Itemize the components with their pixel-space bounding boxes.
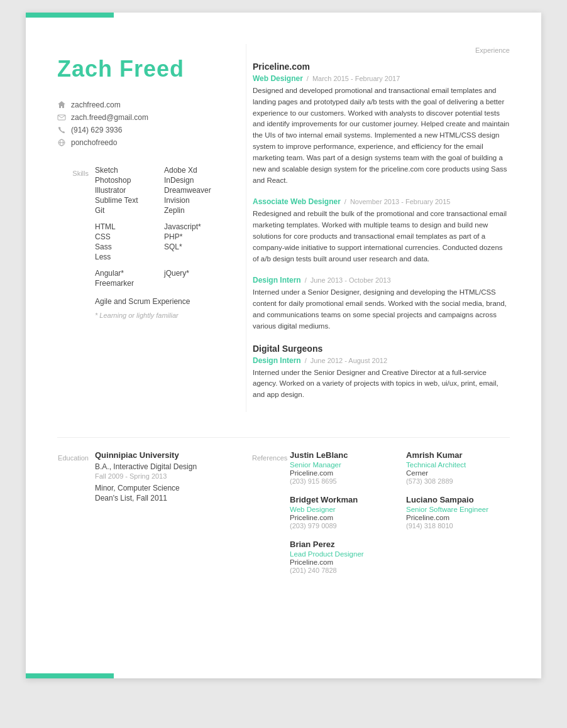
- skill-sketch: Sketch: [95, 166, 158, 175]
- ref-luciano-sampaio: Luciano Sampaio Senior Software Engineer…: [406, 495, 510, 530]
- skill-sublimetext: Sublime Text: [95, 196, 158, 205]
- job-title-line-ds: Design Intern / June 2012 - August 2012: [253, 356, 510, 365]
- left-column: Zach Freed zachfreed.com zach.freed@gmai…: [57, 44, 246, 412]
- job-separator-ds: /: [305, 357, 307, 364]
- contact-section: zachfreed.com zach.freed@gmail.com (914)…: [57, 101, 227, 147]
- job-web-designer: Web Designer / March 2015 - February 201…: [253, 74, 510, 186]
- bottom-accent-bar: [26, 673, 114, 678]
- skill-less: Less: [95, 253, 158, 261]
- job-associate-web-designer: Associate Web Designer / November 2013 -…: [253, 197, 510, 264]
- education-section: Education Quinnipiac University B.A., In…: [57, 450, 246, 574]
- job-desc-ds: Interned under the Senior Designer and C…: [253, 367, 510, 401]
- skill-sass: Sass: [95, 242, 158, 251]
- ref-phone-2: (573) 308 2889: [406, 477, 510, 485]
- skill-angular: Angular*: [95, 269, 158, 278]
- job-separator-awd: /: [344, 198, 346, 205]
- education-content: Quinnipiac University B.A., Interactive …: [95, 450, 197, 574]
- ref-title-3: Web Designer: [290, 506, 394, 513]
- job-separator-wd: /: [307, 75, 309, 82]
- ref-name-4: Luciano Sampaio: [406, 495, 510, 504]
- ref-bridget-workman: Bridget Workman Web Designer Priceline.c…: [290, 495, 394, 530]
- skills-asterisk: * Learning or lightly familiar: [95, 312, 179, 319]
- job-dates-dip: June 2013 - October 2013: [311, 276, 391, 284]
- skill-placeholder: [164, 253, 227, 261]
- skills-label: Skills: [72, 170, 89, 177]
- top-accent-bar: [26, 13, 114, 18]
- skills-framework-grid: Angular* jQuery* Freemarker: [95, 269, 227, 288]
- references-content: Justin LeBlanc Senior Manager Priceline.…: [290, 450, 510, 574]
- company-name-priceline: Priceline.com: [253, 62, 510, 72]
- ref-name-5: Brian Perez: [290, 540, 394, 549]
- skill-html: HTML: [95, 222, 158, 231]
- ref-company-1: Priceline.com: [290, 469, 394, 477]
- ref-phone-5: (201) 240 7828: [290, 567, 394, 574]
- skill-photoshop: Photoshop: [95, 176, 158, 185]
- right-column: Experience Priceline.com Web Designer / …: [246, 44, 510, 412]
- job-desc-dip: Interned under a Senior Designer, design…: [253, 287, 510, 332]
- edu-minor: Minor, Computer Science: [95, 484, 197, 492]
- job-desc-awd: Redesigned and rebuilt the bulk of the p…: [253, 209, 510, 264]
- university-name: Quinnipiac University: [95, 450, 197, 460]
- contact-email: zach.freed@gmail.com: [57, 113, 227, 122]
- company-digital-surgeons: Digital Surgeons Design Intern / June 20…: [253, 344, 510, 401]
- skill-javascript: Javascript*: [164, 222, 227, 231]
- ref-company-2: Cerner: [406, 469, 510, 477]
- job-separator-dip: /: [305, 276, 307, 284]
- job-design-intern-priceline: Design Intern / June 2013 - October 2013…: [253, 276, 510, 332]
- job-dates-awd: November 2013 - February 2015: [350, 198, 451, 205]
- references-label: References: [252, 454, 287, 462]
- skills-content: Sketch Adobe Xd Photoshop InDesign Illus…: [95, 166, 227, 320]
- ref-company-4: Priceline.com: [406, 514, 510, 521]
- job-desc-wd: Designed and developed promotional and t…: [253, 85, 510, 186]
- website-value: zachfreed.com: [71, 101, 121, 109]
- skill-jquery: jQuery*: [164, 269, 227, 278]
- job-title-dip: Design Intern: [253, 276, 301, 285]
- company-name-ds: Digital Surgeons: [253, 344, 510, 354]
- ref-justin-leblanc: Justin LeBlanc Senior Manager Priceline.…: [290, 450, 394, 485]
- ref-phone-3: (203) 979 0089: [290, 522, 394, 530]
- job-dates-wd: March 2015 - February 2017: [312, 75, 400, 82]
- skill-sql: SQL*: [164, 242, 227, 251]
- email-value: zach.freed@gmail.com: [71, 113, 148, 122]
- skills-code-grid: HTML Javascript* CSS PHP* Sass SQL* Less: [95, 222, 227, 261]
- job-design-intern-ds: Design Intern / June 2012 - August 2012 …: [253, 356, 510, 401]
- phone-icon: [57, 126, 66, 134]
- resume-page: Zach Freed zachfreed.com zach.freed@gmai…: [26, 13, 541, 678]
- skill-adobexd: Adobe Xd: [164, 166, 227, 175]
- skill-php: PHP*: [164, 232, 227, 241]
- ref-company-5: Priceline.com: [290, 558, 394, 566]
- skill-invision: Invision: [164, 196, 227, 205]
- edu-degree: B.A., Interactive Digital Design: [95, 462, 197, 471]
- ref-title-1: Senior Manager: [290, 461, 394, 469]
- job-title-awd: Associate Web Designer: [253, 197, 341, 206]
- skill-git: Git: [95, 206, 158, 215]
- ref-name-1: Justin LeBlanc: [290, 450, 394, 460]
- job-title-line-dip: Design Intern / June 2013 - October 2013: [253, 276, 510, 285]
- ref-phone-1: (203) 915 8695: [290, 477, 394, 485]
- contact-handle: ponchofreedo: [57, 138, 227, 147]
- ref-title-2: Technical Architect: [406, 461, 510, 469]
- experience-label: Experience: [475, 46, 510, 54]
- handle-value: ponchofreedo: [71, 138, 117, 147]
- skill-indesign: InDesign: [164, 176, 227, 185]
- edu-dates: Fall 2009 - Spring 2013: [95, 472, 197, 480]
- skill-css: CSS: [95, 232, 158, 241]
- ref-name-3: Bridget Workman: [290, 495, 394, 504]
- education-label: Education: [58, 454, 89, 462]
- ref-phone-4: (914) 318 8010: [406, 522, 510, 530]
- contact-phone: (914) 629 3936: [57, 126, 227, 134]
- experience-label-row: Experience: [253, 44, 510, 55]
- home-icon: [57, 101, 66, 109]
- agile-section: Agile and Scrum Experience: [95, 295, 227, 307]
- skills-asterisk-section: * Learning or lightly familiar: [95, 309, 227, 320]
- skill-freemarker: Freemarker: [95, 279, 158, 288]
- agile-note: Agile and Scrum Experience: [95, 297, 190, 306]
- full-name: Zach Freed: [57, 57, 227, 82]
- skill-illustrator: Illustrator: [95, 186, 158, 195]
- ref-company-3: Priceline.com: [290, 514, 394, 521]
- skills-section: Skills Sketch Adobe Xd Photoshop InDesig…: [57, 166, 227, 320]
- skills-design-grid: Sketch Adobe Xd Photoshop InDesign Illus…: [95, 166, 227, 215]
- ref-brian-perez: Brian Perez Lead Product Designer Pricel…: [290, 540, 394, 574]
- main-layout: Zach Freed zachfreed.com zach.freed@gmai…: [57, 44, 510, 412]
- job-dates-ds: June 2012 - August 2012: [311, 357, 387, 364]
